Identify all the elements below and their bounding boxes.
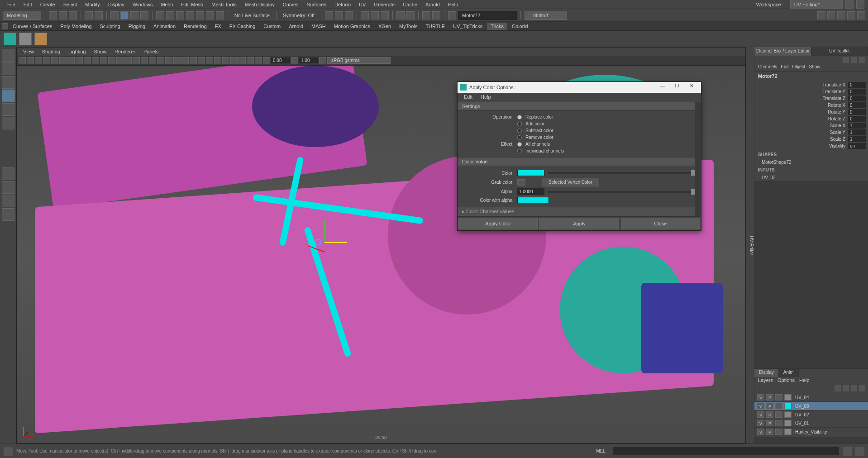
menu-deform[interactable]: Deform <box>331 1 354 8</box>
layer-name[interactable]: UV_02 <box>793 412 809 417</box>
menu-editmesh[interactable]: Edit Mesh <box>177 1 207 8</box>
dlg-menu-help[interactable]: Help <box>477 94 495 101</box>
vp-menu-shading[interactable]: Shading <box>38 48 64 55</box>
shelf-colorid[interactable]: ColorId <box>508 23 531 30</box>
cb-object[interactable]: Object <box>792 64 806 70</box>
input-node[interactable]: UV_03 <box>754 174 868 181</box>
vp-ico-21[interactable] <box>181 57 189 64</box>
apply-color-button[interactable]: Apply Color <box>458 218 538 229</box>
opt-allchannels[interactable]: All channels <box>525 142 550 147</box>
selected-vertex-color-button[interactable]: Selected Vertex Color <box>542 178 599 186</box>
attr-value[interactable]: 0 <box>848 95 866 101</box>
vp-ico-2[interactable] <box>27 57 34 64</box>
vp-ico-18[interactable] <box>157 57 164 64</box>
tab-channelbox[interactable]: Channel Box / Layer Editor <box>754 47 811 56</box>
menu-meshdisplay[interactable]: Mesh Display <box>241 1 278 8</box>
shape-node[interactable]: MotorShape72 <box>754 159 868 166</box>
attribute-editor-icon[interactable] <box>817 11 825 19</box>
layer-row[interactable]: V P Harley_Visibility <box>754 428 868 436</box>
attr-value[interactable]: on <box>848 143 866 149</box>
attr-value[interactable]: 1 <box>848 136 866 142</box>
vp-ico-7[interactable] <box>67 57 75 64</box>
colorvalue-section[interactable]: Color Value <box>458 157 701 166</box>
layer-editor-icon[interactable] <box>857 11 865 19</box>
shelf-custom[interactable]: Custom <box>260 23 284 30</box>
vp-ico-27[interactable] <box>230 57 238 64</box>
live-surface-label[interactable]: No Live Surface <box>232 13 272 18</box>
menu-cache[interactable]: Cache <box>399 1 421 8</box>
settings-section[interactable]: Settings <box>458 102 701 111</box>
close-dialog-button[interactable]: Close <box>621 218 700 229</box>
opt-indchannels[interactable]: Individual channels <box>525 148 564 153</box>
radio-subtract[interactable] <box>517 129 522 133</box>
shelf-rendering[interactable]: Rendering <box>180 23 210 30</box>
symmetry-dropdown[interactable]: Symmetry: Off <box>280 13 317 18</box>
vp-ico-gamma[interactable] <box>291 57 298 64</box>
cb-ico-2[interactable] <box>851 57 857 63</box>
vp-ico-10[interactable] <box>92 57 99 64</box>
radio-add[interactable] <box>517 122 522 126</box>
vp-ico-29[interactable] <box>247 57 254 64</box>
vp-ico-23[interactable] <box>198 57 205 64</box>
select-tool[interactable] <box>2 49 14 62</box>
layer-vis-toggle[interactable]: V <box>757 420 764 426</box>
layout-four-icon[interactable] <box>2 181 14 194</box>
layer-row[interactable]: V P UV_02 <box>754 410 868 419</box>
command-line-input[interactable] <box>613 447 839 455</box>
lp-moveup-icon[interactable] <box>835 385 841 391</box>
shelf-arnold[interactable]: Arnold <box>285 23 307 30</box>
menu-help[interactable]: Help <box>444 1 462 8</box>
object-name-label[interactable]: Motor72 <box>754 72 868 81</box>
layer-name[interactable]: UV_03 <box>793 404 809 409</box>
lp-tab-display[interactable]: Display <box>754 369 779 377</box>
construction-history-icon[interactable] <box>325 11 333 19</box>
vp-gamma-field[interactable]: 1.00 <box>299 57 318 63</box>
help-line-icon[interactable] <box>855 447 864 456</box>
shelf-tricks[interactable]: Tricks <box>487 23 507 30</box>
menu-mesh[interactable]: Mesh <box>157 1 176 8</box>
lasso-tool[interactable] <box>2 62 14 75</box>
vp-ico-20[interactable] <box>173 57 181 64</box>
vp-ico-15[interactable] <box>133 57 140 64</box>
lp-tab-anim[interactable]: Anim <box>779 369 799 377</box>
layer-type-toggle[interactable] <box>775 403 782 409</box>
layer-row[interactable]: V P UV_04 <box>754 393 868 402</box>
layer-color-swatch[interactable] <box>784 420 792 426</box>
opt-remove[interactable]: Remove color <box>525 135 553 140</box>
layer-color-swatch[interactable] <box>784 403 792 409</box>
vp-ico-30[interactable] <box>255 57 262 64</box>
layer-name[interactable]: UV_01 <box>793 421 809 426</box>
eyedropper-icon[interactable] <box>517 179 525 186</box>
vp-ico-22[interactable] <box>190 57 197 64</box>
radio-replace[interactable] <box>517 115 522 119</box>
lp-menu-layers[interactable]: Layers <box>758 377 773 384</box>
layer-vis-toggle[interactable]: V <box>757 403 764 409</box>
vp-exposure-field[interactable]: 0.00 <box>271 57 290 63</box>
shelf-fxcaching[interactable]: FX Caching <box>226 23 259 30</box>
vp-menu-show[interactable]: Show <box>91 48 110 55</box>
undo-icon[interactable] <box>85 11 93 19</box>
attr-value[interactable]: 0 <box>848 102 866 108</box>
menu-windows[interactable]: Windows <box>129 1 157 8</box>
layout-two-icon[interactable] <box>2 195 14 207</box>
shelf-turtle[interactable]: TURTLE <box>422 23 448 30</box>
shelf-motiongfx[interactable]: Motion Graphics <box>330 23 374 30</box>
layer-vis-toggle[interactable]: V <box>757 429 764 435</box>
light-editor-icon[interactable] <box>396 11 405 19</box>
menu-select[interactable]: Select <box>60 1 81 8</box>
layout-outliner-icon[interactable] <box>2 208 14 221</box>
lp-menu-options[interactable]: Options <box>777 377 795 384</box>
workspace-dropdown[interactable]: UV Editing* <box>790 0 843 9</box>
layer-type-toggle[interactable] <box>775 420 782 426</box>
radio-indchannels[interactable] <box>517 149 522 153</box>
user-dropdown[interactable]: dbittorf <box>525 11 567 20</box>
script-editor-icon[interactable] <box>843 447 852 456</box>
select-component-icon[interactable] <box>140 11 148 19</box>
save-scene-icon[interactable] <box>69 11 77 19</box>
lp-menu-help[interactable]: Help <box>799 377 810 384</box>
vp-ico-16[interactable] <box>141 57 148 64</box>
dialog-titlebar[interactable]: Apply Color Options — ☐ ✕ <box>458 82 701 93</box>
layer-vis-toggle[interactable]: V <box>757 411 764 418</box>
layer-play-toggle[interactable]: P <box>766 420 773 426</box>
cb-ico-1[interactable] <box>843 57 849 63</box>
